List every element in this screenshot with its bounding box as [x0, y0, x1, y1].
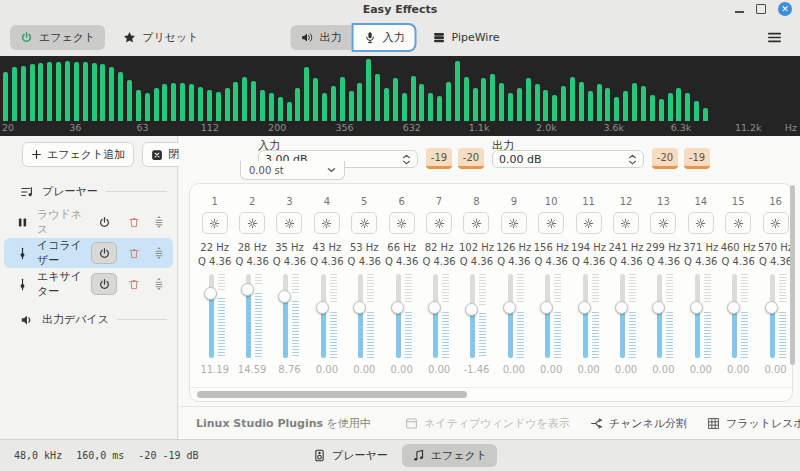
plugin-row[interactable]: ラウドネス [4, 207, 173, 237]
plugin-delete-button[interactable] [125, 278, 143, 291]
slider-handle[interactable] [503, 301, 516, 314]
plugin-delete-button[interactable] [125, 216, 143, 229]
spectrum-bar [260, 90, 265, 122]
band-gain-slider[interactable] [690, 274, 712, 358]
global-bypass-button[interactable]: エフェクト [10, 25, 105, 50]
spectrum-bar [287, 102, 292, 121]
plugin-row[interactable]: エキサイター [4, 269, 173, 299]
band-settings-button[interactable] [463, 212, 489, 234]
slider-ticks [554, 274, 561, 304]
band-frequency: 299 Hz [646, 242, 681, 253]
show-native-window-button[interactable]: ネイティブウィンドウを表示 [403, 412, 572, 435]
band-settings-button[interactable] [351, 212, 377, 234]
slider-handle[interactable] [465, 303, 478, 316]
band-settings-button[interactable] [426, 212, 452, 234]
equalizer-panel: 入力 3.00 dB 0.00 st 出力 0.00 dB [179, 136, 800, 440]
band-gain-slider[interactable] [652, 274, 674, 358]
close-button[interactable]: ✕ [778, 2, 792, 16]
spectrum-bar [38, 63, 43, 121]
plugin-power-button[interactable] [91, 242, 117, 264]
spectrum-bar [446, 82, 451, 121]
band-gain-slider[interactable] [428, 274, 450, 358]
band-settings-button[interactable] [538, 212, 564, 234]
spectrum-bar [632, 83, 637, 121]
band-gain-value: 11.19 [200, 364, 229, 375]
band-gain-slider[interactable] [578, 274, 600, 358]
slider-handle[interactable] [578, 301, 591, 314]
slider-handle[interactable] [428, 301, 441, 314]
slider-handle[interactable] [765, 301, 778, 314]
band-gain-slider[interactable] [391, 274, 413, 358]
tab-players[interactable]: プレーヤー [303, 444, 398, 467]
slider-fill [433, 308, 438, 358]
plugin-drag-handle[interactable] [151, 277, 167, 291]
band-gain-slider[interactable] [765, 274, 787, 358]
pipewire-button[interactable]: PipeWire [423, 26, 510, 49]
band-gain-slider[interactable] [503, 274, 525, 358]
band-settings-button[interactable] [202, 212, 228, 234]
tab-effects[interactable]: エフェクト [402, 444, 497, 467]
slider-handle[interactable] [540, 301, 553, 314]
band-settings-button[interactable] [725, 212, 751, 234]
flat-response-button[interactable]: フラットレスポンス [705, 412, 800, 435]
band-gain-slider[interactable] [465, 274, 487, 358]
slider-ticks [405, 312, 412, 358]
band-gain-slider[interactable] [241, 274, 263, 358]
band-settings-button[interactable] [688, 212, 714, 234]
slider-handle[interactable] [316, 301, 329, 314]
band-settings-button[interactable] [389, 212, 415, 234]
plugin-drag-handle[interactable] [151, 215, 167, 229]
maximize-button[interactable] [756, 4, 766, 14]
plugin-delete-button[interactable] [125, 247, 143, 260]
plugin-power-button[interactable] [91, 273, 117, 295]
band-gain-slider[interactable] [727, 274, 749, 358]
band-gain-slider[interactable] [316, 274, 338, 358]
plugin-row[interactable]: イコライザー [4, 238, 173, 268]
plugin-power-button[interactable] [91, 211, 117, 233]
band-settings-button[interactable] [650, 212, 676, 234]
presets-button[interactable]: プリセット [113, 25, 208, 50]
slider-ticks [255, 293, 262, 358]
split-channels-button[interactable]: チャンネル分割 [588, 412, 689, 435]
menu-button[interactable] [759, 26, 790, 49]
horizontal-scrollbar-thumb[interactable] [197, 391, 467, 398]
horizontal-scrollbar[interactable] [190, 387, 792, 401]
spectrum-bar [526, 78, 531, 121]
vertical-scrollbar[interactable] [790, 185, 795, 365]
slider-handle[interactable] [727, 301, 740, 314]
band-settings-button[interactable] [276, 212, 302, 234]
band-settings-button[interactable] [501, 212, 527, 234]
slider-fill [732, 308, 737, 358]
minimize-button[interactable] [735, 11, 744, 13]
slider-handle[interactable] [278, 290, 291, 303]
spin-arrows-icon[interactable] [628, 154, 637, 165]
band-settings-button[interactable] [613, 212, 639, 234]
slider-handle[interactable] [652, 301, 665, 314]
slider-handle[interactable] [391, 301, 404, 314]
pitch-combobox[interactable]: 0.00 st [240, 161, 345, 180]
band-gain-slider[interactable] [540, 274, 562, 358]
slider-handle[interactable] [690, 301, 703, 314]
axis-tick-label: 632 [403, 122, 421, 133]
band-gain-slider[interactable] [615, 274, 637, 358]
band-settings-button[interactable] [576, 212, 602, 234]
band-settings-button[interactable] [314, 212, 340, 234]
slider-handle[interactable] [241, 283, 254, 296]
band-settings-button[interactable] [763, 212, 789, 234]
output-gain-spinbutton[interactable]: 0.00 dB [492, 150, 644, 168]
band-gain-slider[interactable] [278, 274, 300, 358]
plugin-drag-handle[interactable] [151, 246, 167, 260]
band-gain-slider[interactable] [204, 274, 226, 358]
band-number: 7 [436, 196, 442, 207]
output-view-button[interactable]: 出力 [291, 25, 352, 50]
band-q: Q 4.36 [460, 256, 493, 267]
input-view-button[interactable]: 入力 [354, 25, 415, 50]
spin-arrows-icon[interactable] [402, 154, 411, 165]
band-settings-button[interactable] [239, 212, 265, 234]
slider-handle[interactable] [204, 287, 217, 300]
slider-handle[interactable] [615, 301, 628, 314]
slider-handle[interactable] [353, 301, 366, 314]
slider-ticks [666, 274, 673, 304]
add-effect-button[interactable]: エフェクト追加 [22, 142, 134, 167]
band-gain-slider[interactable] [353, 274, 375, 358]
